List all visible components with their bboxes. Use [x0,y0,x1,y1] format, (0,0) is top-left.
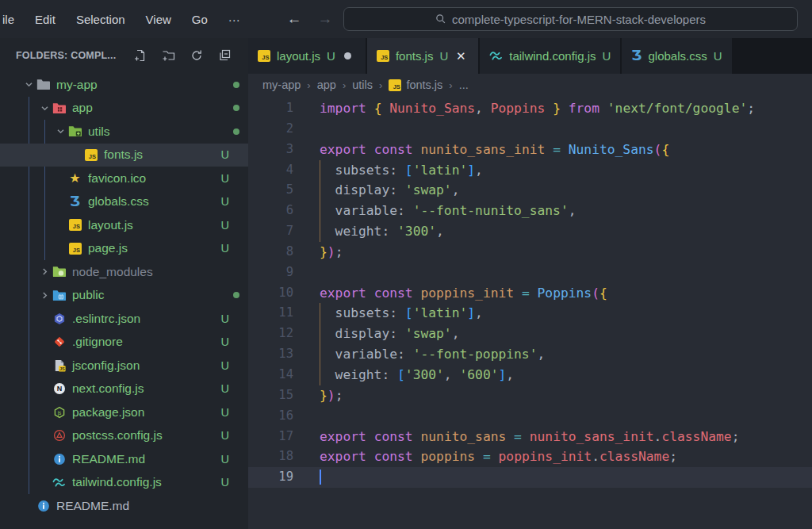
menu-selection[interactable]: Selection [66,13,136,26]
code-line-3[interactable]: 3export const nunito_sans_init = Nunito_… [248,140,812,160]
tree-item-public[interactable]: public [0,284,248,308]
folders-section-title[interactable]: FOLDERS: COMPL... [16,50,134,61]
line-content: subsets: ['latin'], [320,160,483,181]
tab-label: globals.css [648,49,707,63]
navigate-back-button[interactable]: ← [282,0,306,38]
new-folder-icon[interactable] [162,49,175,62]
tree-item-tailwind.config.js[interactable]: tailwind.config.jsU [0,471,248,495]
git-modified-dot [233,82,239,88]
collapse-all-icon[interactable] [218,49,231,62]
breadcrumb-item-app[interactable]: app [317,79,336,91]
tree-item-fonts.js[interactable]: JSfonts.jsU [0,144,248,167]
code-line-8[interactable]: 8}); [248,242,812,263]
tree-item-readme.md[interactable]: README.md [0,494,248,518]
editor-area: JSlayout.jsUJSfonts.jsU✕tailwind.config.… [248,38,812,529]
js-icon: JS [389,79,401,91]
code-line-4[interactable]: 4 subsets: ['latin'], [248,160,812,181]
search-icon [435,13,446,25]
navigate-forward-button[interactable]: → [313,0,337,38]
close-icon[interactable]: ✕ [453,49,469,63]
refresh-icon[interactable] [190,49,203,62]
tree-item-globals.css[interactable]: Ʒglobals.cssU [0,190,248,214]
code-line-14[interactable]: 14 weight: ['300', '600'], [248,365,812,385]
line-number: 12 [248,324,293,344]
tree-item-readme.md[interactable]: README.mdU [0,447,248,471]
tree-item-page.js[interactable]: JSpage.jsU [0,237,248,261]
menu-view[interactable]: View [136,13,182,26]
code-line-11[interactable]: 11 subsets: ['latin'], [248,303,812,324]
tab-git-badge: U [327,49,335,63]
tree-item-label: README.md [56,499,129,513]
tree-item-my-app[interactable]: my-app [0,73,248,97]
line-content: variable: '--font-nunito_sans', [320,201,576,221]
breadcrumb-item-fonts.js[interactable]: JSfonts.js [389,79,442,91]
tab-git-badge: U [439,49,448,63]
tree-item-.gitignore[interactable]: .gitignoreU [0,331,248,355]
code-line-12[interactable]: 12 display: 'swap', [248,324,812,344]
code-line-1[interactable]: 1import { Nunito_Sans, Poppins } from 'n… [248,98,812,119]
svg-text:JS: JS [59,366,64,371]
new-file-icon[interactable] [134,49,147,62]
tree-item-label: next.config.js [72,381,144,396]
tree-item-node-modules[interactable]: node_modules [0,260,248,284]
menu-edit[interactable]: Edit [25,13,66,26]
git-modified-dot [233,128,239,135]
tree-item-next.config.js[interactable]: Nnext.config.jsU [0,378,248,401]
tab-globals.css[interactable]: Ʒglobals.cssU [622,38,731,74]
code-editor[interactable]: 1import { Nunito_Sans, Poppins } from 'n… [248,96,812,529]
tree-item-label: public [72,288,105,302]
tree-item-app[interactable]: app [0,97,248,121]
explorer-sidebar: FOLDERS: COMPL... my-appapputilsJSfonts.… [0,38,248,529]
tab-layout.js[interactable]: JSlayout.jsU [248,38,366,74]
tab-label: fonts.js [396,49,434,63]
code-line-9[interactable]: 9 [248,263,812,283]
breadcrumb-label: utils [352,79,373,91]
line-content: export const poppins_init = Poppins({ [320,283,607,304]
tree-item-label: page.js [88,241,128,255]
tree-item-.eslintrc.json[interactable]: .eslintrc.jsonU [0,307,248,331]
menu-[interactable]: ··· [218,13,251,26]
code-line-19[interactable]: 19 [248,467,812,488]
git-status-badge: U [221,172,229,185]
unsaved-dot-icon[interactable] [340,52,356,59]
tab-tailwind.config.js[interactable]: tailwind.config.jsU [480,38,620,74]
menu-bar: ileEditSelectionViewGo··· [0,0,251,38]
git-status-badge: U [221,335,229,348]
tree-item-package.json[interactable]: jspackage.jsonU [0,401,248,424]
line-number: 17 [248,427,293,447]
git-status-badge: U [221,219,229,232]
jsconfig-icon: JS [52,358,67,372]
code-line-5[interactable]: 5 display: 'swap', [248,180,812,201]
code-line-7[interactable]: 7 weight: '300', [248,221,812,242]
code-line-6[interactable]: 6 variable: '--font-nunito_sans', [248,201,812,221]
tree-item-label: fonts.js [104,148,143,162]
tree-item-layout.js[interactable]: JSlayout.jsU [0,213,248,237]
menu-go[interactable]: Go [182,13,218,26]
line-content: }); [320,242,343,263]
code-line-15[interactable]: 15}); [248,385,812,406]
tree-item-label: .eslintrc.json [72,312,140,326]
tree-item-postcss.config.js[interactable]: postcss.config.jsU [0,424,248,448]
breadcrumb-item-utils[interactable]: utils [352,79,373,91]
tree-item-label: my-app [56,78,98,92]
breadcrumb-label: app [317,79,336,91]
breadcrumb-item-...[interactable]: ... [459,79,469,91]
line-content: variable: '--font-poppins', [320,344,545,365]
breadcrumb-item-my-app[interactable]: my-app [262,79,301,91]
titlebar: ileEditSelectionViewGo··· ← → complete-t… [0,0,812,38]
code-line-2[interactable]: 2 [248,119,812,140]
tab-fonts.js[interactable]: JSfonts.jsU✕ [367,38,478,74]
tree-item-utils[interactable]: utils [0,120,248,144]
command-center-search[interactable]: complete-typescript-for-MERN-stack-devel… [343,7,798,31]
code-line-13[interactable]: 13 variable: '--font-poppins', [248,344,812,365]
line-number: 8 [248,242,293,263]
code-line-16[interactable]: 16 [248,406,812,427]
code-line-18[interactable]: 18export const poppins = poppins_init.cl… [248,447,812,467]
menu-ile[interactable]: ile [0,13,25,26]
code-line-10[interactable]: 10export const poppins_init = Poppins({ [248,283,812,304]
tree-item-jsconfig.json[interactable]: JSjsconfig.jsonU [0,354,248,378]
tree-item-favicon.ico[interactable]: ★favicon.icoU [0,167,248,190]
code-line-17[interactable]: 17export const nunito_sans = nunito_sans… [248,427,812,447]
tree-item-label: postcss.config.js [72,428,163,443]
tab-label: tailwind.config.js [509,49,596,63]
